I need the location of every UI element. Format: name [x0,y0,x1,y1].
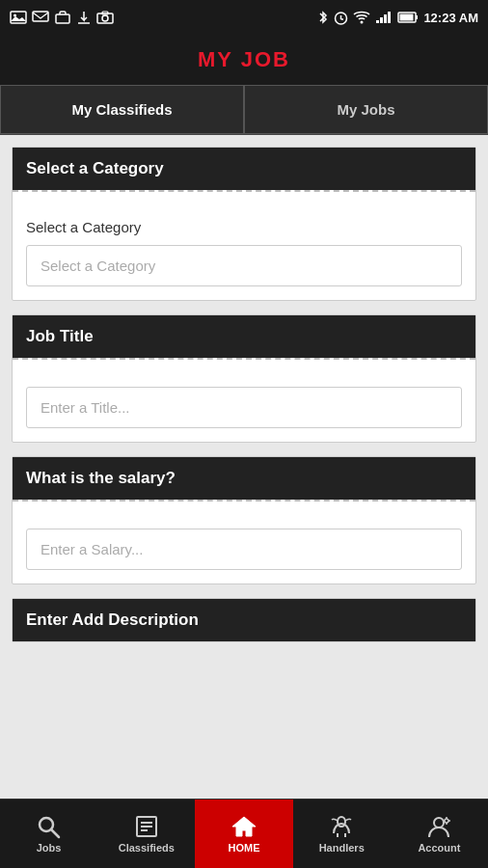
tab-my-classifieds[interactable]: My Classifieds [0,85,244,134]
title-header: Job Title [13,315,475,358]
time-display: 12:23 AM [423,11,478,25]
handlers-icon [328,814,355,839]
svg-rect-13 [380,17,383,23]
svg-rect-3 [56,14,69,23]
svg-rect-0 [11,12,26,23]
nav-jobs[interactable]: Jobs [0,800,97,868]
status-icons [10,11,114,24]
nav-home[interactable]: HOME [195,800,292,868]
svg-rect-15 [388,12,391,23]
status-bar: 12:23 AM [0,0,488,35]
nav-account[interactable]: Account [391,800,488,868]
salary-body [13,515,475,583]
svg-rect-14 [384,14,387,23]
right-status-icons: 12:23 AM [317,10,478,25]
svg-point-6 [102,15,108,21]
classifieds-icon [133,814,160,839]
image-icon [10,11,27,24]
category-body: Select a Category [13,205,475,300]
signal-icon [375,11,393,24]
home-icon [230,814,258,839]
description-section: Enter Add Description [12,598,476,642]
main-content: Select a Category Select a Category Job … [0,135,488,849]
download-icon [76,11,92,24]
svg-rect-17 [400,14,414,21]
header: MY JOB [0,35,488,85]
salary-section: What is the salary? [12,456,476,584]
svg-point-30 [445,819,448,823]
salary-header: What is the salary? [13,457,475,500]
search-icon [36,814,63,839]
category-input[interactable] [26,245,462,286]
nav-handlers[interactable]: Handlers [293,800,391,868]
svg-rect-12 [376,20,379,23]
nav-classifieds[interactable]: Classifieds [97,800,195,868]
bottom-nav: Jobs Classifieds HOME Handlers [0,799,488,868]
svg-rect-2 [33,12,48,21]
tab-my-jobs[interactable]: My Jobs [244,85,488,134]
bluetooth-icon [317,10,329,25]
svg-marker-25 [232,817,256,836]
alarm-icon [334,11,348,25]
category-label: Select a Category [26,219,462,235]
description-header: Enter Add Description [13,599,475,641]
category-section: Select a Category Select a Category [12,147,476,301]
svg-point-26 [338,817,345,827]
tab-bar: My Classifieds My Jobs [0,85,488,135]
title-section: Job Title [12,314,476,443]
camera-icon [96,11,114,24]
salary-input[interactable] [26,529,462,570]
svg-point-29 [434,818,444,827]
wifi-icon [353,11,370,24]
title-input[interactable] [26,387,462,428]
svg-point-1 [14,14,16,17]
battery-icon [397,12,419,23]
category-header: Select a Category [13,148,475,190]
message-icon [32,11,49,24]
page-title: MY JOB [198,47,290,72]
svg-line-20 [51,829,59,837]
account-icon [425,814,452,839]
svg-point-11 [361,21,364,24]
title-body [13,373,475,442]
briefcase-icon [54,11,71,24]
